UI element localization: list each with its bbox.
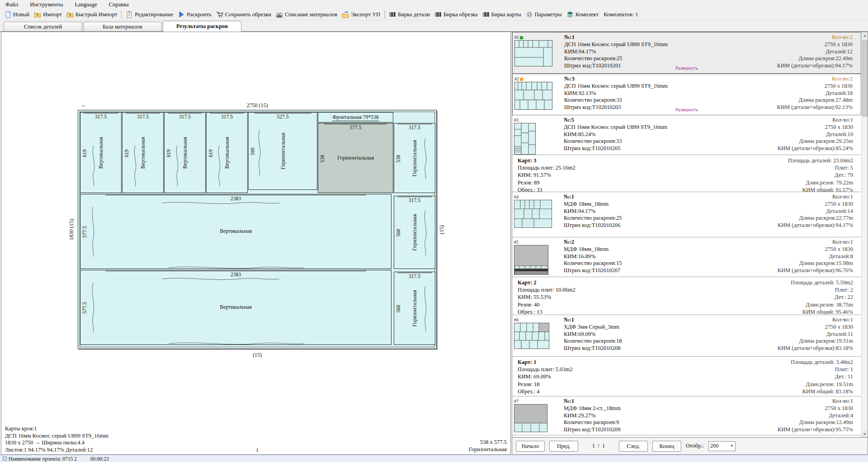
cut-strip[interactable]: Фронтальная 79*538 xyxy=(318,112,393,123)
writeoff-icon xyxy=(276,11,283,18)
map-stat-line: Кол-во:1 xyxy=(745,316,853,324)
map-list-item[interactable]: #5 №:2МДФ 18мм_18mmКИМ:16.89%Количество … xyxy=(512,237,861,277)
map-stat-line: Длина раскроя:29.25m xyxy=(745,138,853,145)
map-number: №:1 xyxy=(564,316,745,324)
expand-link[interactable]: Развернуть xyxy=(675,106,698,113)
toolbar-button-barcode[interactable]: Бирка детали xyxy=(387,10,432,19)
display-count-select[interactable]: 200▼ xyxy=(708,441,736,451)
page-prev-button[interactable]: Пред. xyxy=(549,441,578,452)
toolbar-button-run[interactable]: Раскроить xyxy=(175,10,213,19)
toolbar-button-label: Бирка обрезка xyxy=(443,11,478,18)
cut-panel[interactable]: 2383577.5Вертикальная xyxy=(80,194,392,269)
map-index-marker: #6 xyxy=(514,316,564,323)
toolbar-button-import-folder[interactable]: Импорт xyxy=(32,10,64,19)
menu-file[interactable]: Файл xyxy=(5,1,18,8)
map-stat-line: Длина раскроя:22.49m xyxy=(744,55,853,62)
map-stat-line: 2750 x 1830 xyxy=(745,124,853,131)
cut-panel[interactable]: 2383577.5Вертикальная xyxy=(80,270,392,345)
cut-panel[interactable]: 317.5568Горизонтальная xyxy=(394,272,435,345)
elapsed-time: 00:00:23 xyxy=(90,456,109,462)
map-stat-line: Деталей:8 xyxy=(745,253,853,260)
panel-label: Горизонтальная xyxy=(318,155,393,161)
cut-panel[interactable]: 577.5538Горизонтальная xyxy=(318,123,393,193)
scroll-down-icon[interactable]: ▼ xyxy=(862,431,868,438)
map-thumbnail xyxy=(514,344,549,350)
map-stat-line: Кол-во:1 xyxy=(745,239,853,246)
cut-panel[interactable]: 317.5619Вертикальная xyxy=(122,112,164,193)
cut-panel[interactable]: 527.5599Горизонтальная xyxy=(248,112,317,190)
map-stat-line: Деталей:14 xyxy=(745,208,853,215)
cut-panel[interactable]: 317.5619Вертикальная xyxy=(80,112,122,193)
map-list-item[interactable]: #7 №:1МДФ 18мм 2-ст._18mmКИМ:29.27%Колич… xyxy=(512,396,861,435)
tab-parts-list[interactable]: Список деталей xyxy=(4,22,82,31)
cut-panel[interactable]: 317.5619Вертикальная xyxy=(164,112,206,193)
map-barcode: Штрих код:T102010207 xyxy=(564,267,745,274)
toolbar-button-barcode[interactable]: Бирка карты xyxy=(480,10,524,19)
map-stat-line: Кол-во:1 xyxy=(745,398,853,405)
map-index-marker: #7 xyxy=(514,398,564,404)
map-details: №:3ДСП 16мм Космос серый U899 ST9_16mmКИ… xyxy=(564,75,744,115)
page-last-button[interactable]: Конец xyxy=(652,441,681,452)
map-list-item[interactable]: #4 №:1МДФ 18мм_18mmКИМ:94.17%Количество … xyxy=(512,192,861,237)
summary-line: КИМ общий: 91.57% xyxy=(788,186,853,192)
map-thumbnail xyxy=(514,427,547,434)
summary-right: Площадь деталей: 5.59m2Плит: 2Дет.: 22Дл… xyxy=(791,279,853,315)
cut-panel[interactable]: 317.5619Вертикальная xyxy=(206,112,248,193)
run-icon xyxy=(178,11,185,18)
toolbar-button-export[interactable]: Экспорт УП xyxy=(340,10,382,19)
cut-panel[interactable]: 317.5538Горизонтальная xyxy=(394,123,435,193)
map-list-item[interactable]: #1 №:1ДСП 16мм Космос серый U899 ST9_16m… xyxy=(512,32,861,74)
map-thumbnail-column: #3 xyxy=(514,117,564,155)
map-material: ХДФ 3мм Серый_3mm xyxy=(564,324,745,331)
panel-label: Вертикальная xyxy=(80,228,391,235)
toolbar-button-new-document[interactable]: Новый xyxy=(2,10,32,19)
map-stat-line: Длина раскроя:22.77m xyxy=(745,215,853,222)
panel-width-dim: 317.5 xyxy=(84,113,118,120)
panel-height-dim: 619 xyxy=(208,149,213,157)
toolbar-button-label: Сохранить обрезки xyxy=(225,11,271,18)
toolbar-button-barcode[interactable]: Бирка обрезка xyxy=(432,10,480,19)
toolbar-button-import-folder[interactable]: Быстрый Импорт xyxy=(64,10,120,19)
menu-language[interactable]: Language xyxy=(75,1,97,8)
map-index-marker: #2 xyxy=(514,75,564,82)
toolbar-separator xyxy=(121,10,122,19)
map-kim: КИМ:94.17% xyxy=(564,208,745,215)
toolbar-button-label: Редактирование xyxy=(135,11,173,18)
expand-link[interactable]: Развернуть xyxy=(675,65,698,72)
sidebar-scrollbar[interactable]: ▲ ▼ xyxy=(861,32,868,438)
map-index-marker: #3 xyxy=(514,117,564,123)
map-stat-line: Деталей:11 xyxy=(745,331,853,338)
map-stat-line: Деталей:18 xyxy=(744,90,853,97)
toolbar-button-writeoff[interactable]: Списание материалов xyxy=(274,10,340,19)
scroll-up-icon[interactable]: ▲ xyxy=(862,32,868,39)
tab-cutting-results[interactable]: Результаты раскроя xyxy=(163,21,241,32)
panel-label: Вертикальная xyxy=(224,137,231,169)
toolbar-button-cart[interactable]: Сохранить обрезки xyxy=(214,10,274,19)
map-material: ДСП 16мм Космос серый U899 ST9_16mm xyxy=(564,83,744,90)
map-kim: КИМ:29.27% xyxy=(564,412,745,420)
map-list-item[interactable]: #3 №:5ДСП 16мм Космос серый U899 ST9_16m… xyxy=(512,115,861,155)
cut-panel[interactable]: 317.5568Горизонтальная xyxy=(394,196,435,269)
map-list-item[interactable]: #6 №:1ХДФ 3мм Серый_3mmКИМ:69.09%Количес… xyxy=(512,315,861,357)
map-thumbnail xyxy=(514,270,548,276)
panel-label: Вертикальная xyxy=(182,137,189,169)
menu-help[interactable]: Справка xyxy=(109,1,129,8)
page-first-button[interactable]: Начало xyxy=(516,441,545,452)
map-list-item[interactable]: #2 №:3ДСП 16мм Космос серый U899 ST9_16m… xyxy=(512,74,861,115)
grain-wave-mark xyxy=(217,146,222,188)
toolbar-button-gear[interactable]: Параметры xyxy=(524,10,564,19)
toolbar-button-edit-clipboard[interactable]: Редактирование xyxy=(123,10,175,19)
summary-line: Площадь деталей: 5.59m2 xyxy=(791,279,853,286)
menu-tools[interactable]: Инструменты xyxy=(30,1,63,8)
scrollbar-thumb[interactable] xyxy=(862,40,868,117)
summary-line: КИМ: 55.53% xyxy=(518,293,576,301)
panel-width-dim: 317.5 xyxy=(397,273,432,279)
page-next-button[interactable]: След. xyxy=(619,441,648,452)
tab-materials-db[interactable]: База материалов xyxy=(83,22,162,31)
cutting-map-canvas[interactable]: 317.5619Вертикальная317.5619Вертикальная… xyxy=(1,32,511,455)
toolbar-button-kit[interactable]: Комплект xyxy=(564,10,601,19)
grain-wave-mark xyxy=(175,146,179,188)
sheet-height-label: 1830 (15) xyxy=(68,219,75,240)
toolbar-button-label: Раскроить xyxy=(187,11,211,18)
map-stat-line: Длина раскроя:15.98m xyxy=(745,260,853,267)
